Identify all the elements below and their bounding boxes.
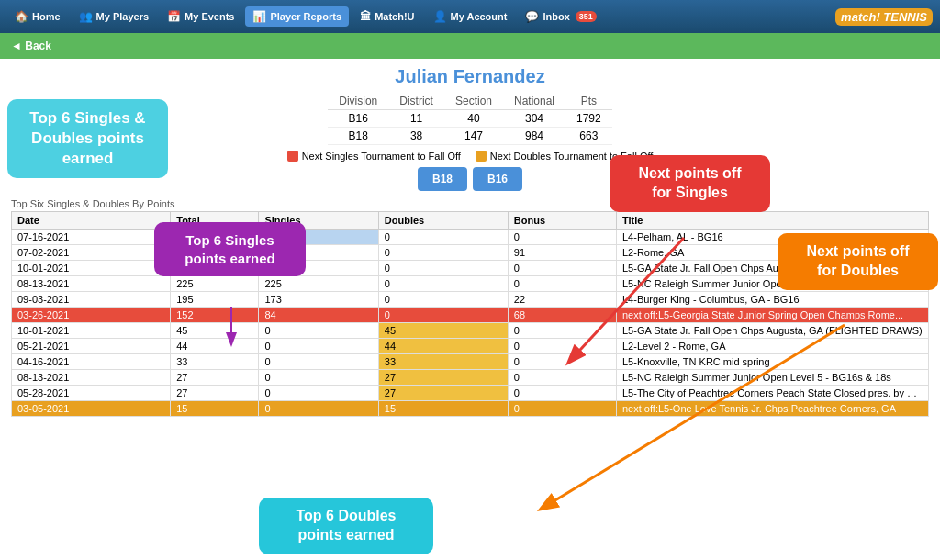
stats-table: Division District Section National Pts B…: [328, 93, 611, 145]
table-row: 04-16-2021330330L5-Knoxville, TN KRC mid…: [12, 354, 929, 370]
toggle-b18[interactable]: B18: [418, 167, 467, 191]
nav-player-reports[interactable]: 📊 Player Reports: [245, 6, 349, 27]
sub-navigation: ◄ Back: [0, 33, 940, 59]
home-icon: 🏠: [15, 10, 28, 23]
stats-header-section: Section: [444, 93, 503, 110]
table-row: 05-21-2021440440L2-Level 2 - Rome, GA: [12, 339, 929, 354]
table-row: 03-26-202115284068next off:L5-Georgia St…: [12, 308, 929, 323]
account-icon: 👤: [433, 10, 447, 23]
reports-icon: 📊: [252, 10, 266, 23]
table-row: 08-13-2021270270L5-NC Raleigh Summer Jun…: [12, 370, 929, 386]
callout-top6-singles: Top 6 Singlespoints earned: [154, 222, 306, 276]
nav-my-players[interactable]: 👥 My Players: [72, 6, 156, 27]
stats-header-district: District: [388, 93, 444, 110]
stats-row: B1838147984663: [328, 128, 611, 145]
table-row: 05-28-2021270270L5-The City of Peachtree…: [12, 386, 929, 401]
table-row: 09-03-2021195173022L4-Burger King - Colu…: [12, 292, 929, 308]
col-doubles: Doubles: [378, 212, 508, 230]
player-name: Julian Fernandez: [11, 66, 929, 87]
player-name-section: Julian Fernandez: [11, 66, 929, 87]
table-row: 10-01-2021450450L5-GA State Jr. Fall Ope…: [12, 323, 929, 339]
table-header-row: Date Total Singles Doubles Bonus Title: [12, 212, 929, 230]
inbox-icon: 💬: [525, 10, 539, 23]
callout-top6-singles-doubles: Top 6 Singles &Doubles pointsearned: [7, 99, 168, 178]
stats-row: B1611403041792: [328, 110, 611, 128]
legend-doubles-box: [476, 151, 487, 162]
back-button[interactable]: ◄ Back: [11, 39, 51, 52]
nav-logo: match! TENNIS: [835, 8, 933, 26]
callout-next-doubles: Next points offfor Doubles: [778, 233, 938, 290]
table-label: Top Six Singles & Doubles By Points: [11, 198, 929, 209]
nav-matchU[interactable]: 🏛 Match!U: [352, 6, 421, 27]
table-row: 03-05-2021150150next off:L5-One Love Ten…: [12, 401, 929, 417]
stats-header-national: National: [503, 93, 565, 110]
callout-next-singles: Next points offfor Singles: [610, 155, 770, 212]
legend-singles: Next Singles Tournament to Fall Off: [287, 151, 461, 162]
inbox-badge: 351: [576, 11, 597, 22]
events-icon: 📅: [167, 10, 181, 23]
stats-header-division: Division: [328, 93, 388, 110]
matchU-icon: 🏛: [360, 10, 371, 23]
main-content: Julian Fernandez Division District Secti…: [0, 59, 940, 560]
toggle-b16[interactable]: B16: [473, 167, 522, 191]
players-icon: 👥: [79, 10, 93, 23]
nav-my-events[interactable]: 📅 My Events: [160, 6, 241, 27]
nav-home[interactable]: 🏠 Home: [7, 6, 68, 27]
stats-header-pts: Pts: [565, 93, 612, 110]
nav-inbox[interactable]: 💬 Inbox 351: [518, 6, 603, 27]
col-date: Date: [12, 212, 171, 230]
callout-top6-doubles: Top 6 Doublespoints earned: [259, 498, 433, 554]
col-title: Title: [617, 212, 929, 230]
legend-singles-box: [287, 151, 298, 162]
col-bonus: Bonus: [508, 212, 616, 230]
top-navigation: 🏠 Home 👥 My Players 📅 My Events 📊 Player…: [0, 0, 940, 33]
nav-my-account[interactable]: 👤 My Account: [426, 6, 515, 27]
